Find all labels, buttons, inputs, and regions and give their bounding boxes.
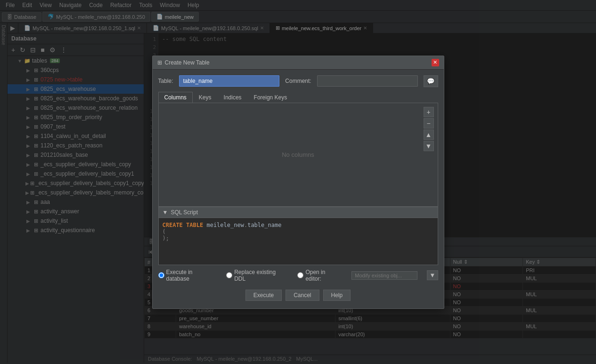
help-button[interactable]: Help bbox=[323, 290, 351, 301]
dialog-options: Execute in database Replace existing DDL… bbox=[158, 265, 438, 286]
comment-btn[interactable]: 💬 bbox=[424, 75, 438, 87]
sql-section: ▼ SQL Script CREATE TABLE meilele_new.ta… bbox=[158, 207, 438, 265]
dialog-tabs: Columns Keys Indices Foreign Keys bbox=[158, 92, 438, 103]
modify-dropdown[interactable]: ▼ bbox=[427, 270, 438, 280]
dialog-close-button[interactable]: ✕ bbox=[432, 59, 439, 66]
dialog-table-icon: ⊞ bbox=[157, 59, 162, 66]
option-open-editor[interactable]: Open in editor: bbox=[297, 269, 342, 282]
dialog-tab-columns[interactable]: Columns bbox=[158, 92, 193, 103]
dialog-columns-area: No columns + − ▲ ▼ bbox=[158, 103, 438, 207]
add-column-btn[interactable]: + bbox=[424, 107, 434, 117]
dialog-overlay: ⊞ Create New Table ✕ Table: Comment: 💬 C… bbox=[0, 0, 596, 363]
dialog-footer: Execute Cancel Help bbox=[158, 286, 438, 303]
no-columns-label: No columns bbox=[282, 151, 314, 158]
sql-content: CREATE TABLE meilele_new.table_name ( ); bbox=[158, 218, 438, 265]
dialog-body: Table: Comment: 💬 Columns Keys Indices F… bbox=[153, 70, 444, 308]
dialog-name-row: Table: Comment: 💬 bbox=[158, 75, 438, 87]
column-actions: + − ▲ ▼ bbox=[424, 107, 434, 151]
sql-section-label: SQL Script bbox=[171, 209, 198, 216]
sql-toggle[interactable]: ▼ SQL Script bbox=[158, 207, 438, 218]
create-table-dialog: ⊞ Create New Table ✕ Table: Comment: 💬 C… bbox=[152, 56, 444, 309]
dialog-tab-foreignkeys[interactable]: Foreign Keys bbox=[248, 92, 294, 103]
comment-input[interactable] bbox=[317, 75, 418, 87]
dialog-tab-indices[interactable]: Indices bbox=[218, 92, 248, 103]
table-name-label: Table: bbox=[158, 78, 173, 84]
remove-column-btn[interactable]: − bbox=[424, 118, 434, 129]
comment-label: Comment: bbox=[285, 78, 311, 84]
option-replace[interactable]: Replace existing DDL bbox=[226, 269, 288, 282]
option-execute[interactable]: Execute in database bbox=[158, 269, 217, 282]
execute-button[interactable]: Execute bbox=[245, 290, 282, 301]
table-name-input[interactable] bbox=[179, 75, 280, 87]
cancel-button[interactable]: Cancel bbox=[286, 290, 319, 301]
sql-toggle-arrow: ▼ bbox=[163, 209, 168, 216]
dialog-tab-keys[interactable]: Keys bbox=[193, 92, 218, 103]
move-down-btn[interactable]: ▼ bbox=[424, 141, 434, 151]
dialog-title: ⊞ Create New Table bbox=[157, 59, 210, 66]
move-up-btn[interactable]: ▲ bbox=[424, 129, 434, 140]
modify-input[interactable] bbox=[351, 271, 417, 280]
dialog-title-bar: ⊞ Create New Table ✕ bbox=[153, 56, 444, 70]
